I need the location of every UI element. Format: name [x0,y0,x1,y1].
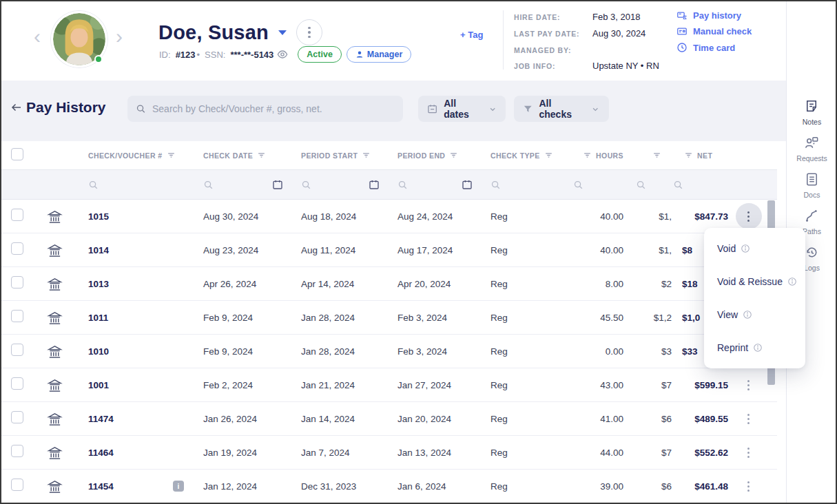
rail-item-notes[interactable]: Notes [803,98,821,126]
presence-dot [94,55,103,63]
date-filter-label: All dates [444,98,482,120]
avatar[interactable] [51,11,107,67]
period-end-filter[interactable] [397,170,490,199]
check-date-cell: Apr 26, 2024 [203,279,301,289]
employee-more-actions-button[interactable] [296,19,322,45]
calendar-icon[interactable] [462,179,473,190]
check-filter-button[interactable]: All checks [514,96,609,122]
quick-links: Pay history Manual check Time card [676,10,752,53]
manual-check-icon [676,26,688,36]
back-arrow-icon[interactable] [10,101,23,114]
row-checkbox[interactable] [11,344,23,356]
check-number[interactable]: 1001 [88,380,109,390]
date-filter-button[interactable]: All dates [418,96,506,122]
period-start-cell: Dec 31, 2023 [301,481,397,492]
filter-lines-icon[interactable] [652,151,661,160]
gross-cell: $1, [625,211,673,222]
menu-item-void-reissue[interactable]: Void & Reissue [704,265,805,298]
rail-item-paths[interactable]: Paths [803,208,821,235]
row-actions-button[interactable] [736,473,762,499]
check-number[interactable]: 1010 [88,346,109,357]
pay-history-link[interactable]: Pay history [676,10,752,21]
row-actions-button[interactable] [736,406,762,432]
row-checkbox[interactable] [11,209,23,221]
row-checkbox[interactable] [11,445,23,457]
search-icon [136,103,146,114]
check-number[interactable]: 1011 [88,313,108,323]
previous-employee-chevron-icon[interactable]: ‹ [34,26,41,47]
search-input[interactable] [152,103,395,114]
check-date-filter[interactable] [203,170,301,199]
add-tag-link[interactable]: + Tag [460,30,483,40]
check-type-filter[interactable] [490,170,573,199]
rail-item-docs[interactable]: Docs [804,171,820,199]
bank-icon [36,445,88,461]
pay-search [127,96,403,122]
filter-lines-icon[interactable] [544,151,553,160]
filter-lines-icon[interactable] [684,151,693,160]
table-row: 11454i Jan 12, 2024 Dec 31, 2023 Jan 6, … [0,470,777,503]
info-circle-icon [753,343,763,353]
row-checkbox[interactable] [11,276,23,288]
bank-icon [36,209,88,224]
filter-lines-icon[interactable] [362,151,371,160]
row-actions-button[interactable] [736,203,762,229]
manager-badge[interactable]: Manager [347,46,411,63]
period-end-cell: Jan 27, 2024 [397,380,490,390]
menu-item-void[interactable]: Void [704,232,805,265]
table-row: 1010i Feb 9, 2024 Jan 28, 2024 Feb 3, 20… [0,335,777,368]
period-start-cell: Aug 11, 2024 [301,245,397,255]
chevron-down-icon [488,105,497,114]
info-badge-icon[interactable]: i [173,481,184,492]
row-checkbox[interactable] [11,310,23,322]
check-number[interactable]: 1015 [88,211,109,222]
detail-label: MANAGED BY: [514,45,590,54]
name-dropdown-caret-icon[interactable] [278,30,287,35]
net-filter[interactable] [673,170,730,199]
check-type-cell: Reg [490,448,573,458]
menu-item-reprint[interactable]: Reprint [704,331,805,364]
filter-lines-icon[interactable] [449,151,458,160]
filter-lines-icon[interactable] [257,151,266,160]
check-voucher-filter[interactable] [88,170,203,199]
row-checkbox[interactable] [11,479,23,491]
select-all-checkbox[interactable] [11,148,23,160]
info-circle-icon [743,310,752,319]
rail-item-requests[interactable]: Requests [796,135,827,162]
period-start-filter[interactable] [301,170,397,199]
check-number[interactable]: 11474 [88,414,114,424]
row-checkbox[interactable] [11,242,23,255]
manual-check-link[interactable]: Manual check [676,26,752,36]
gross-filter[interactable] [625,170,673,199]
calendar-icon[interactable] [272,179,283,190]
hours-filter[interactable] [573,170,625,199]
gross-cell: $2 [625,279,673,289]
check-number[interactable]: 1014 [88,245,109,255]
menu-item-view[interactable]: View [704,298,805,331]
time-card-link[interactable]: Time card [676,42,752,53]
bank-icon [36,344,88,359]
row-actions-button[interactable] [736,372,762,398]
kebab-icon [747,380,750,390]
check-number[interactable]: 11454 [88,481,114,492]
funnel-icon [523,104,533,114]
row-checkbox[interactable] [11,377,23,390]
period-end-cell: Jan 13, 2024 [397,448,490,458]
net-cell: $552.62 [673,448,730,458]
check-number[interactable]: 1013 [88,279,109,289]
net-cell: $847.73 [673,211,730,222]
filter-lines-icon[interactable] [167,151,176,160]
row-actions-button[interactable] [736,439,762,465]
check-type-cell: Reg [490,414,573,424]
check-filter-label: All checks [539,98,586,120]
reveal-ssn-eye-icon[interactable] [277,49,288,60]
period-end-cell: Aug 24, 2024 [397,211,490,222]
filter-lines-icon[interactable] [583,151,592,160]
next-employee-chevron-icon[interactable]: › [116,26,123,47]
calendar-icon[interactable] [369,179,380,190]
check-type-cell: Reg [490,211,573,222]
rail-item-logs[interactable]: Logs [804,244,820,272]
row-checkbox[interactable] [11,411,23,423]
check-type-cell: Reg [490,279,573,289]
check-number[interactable]: 11464 [88,448,114,458]
